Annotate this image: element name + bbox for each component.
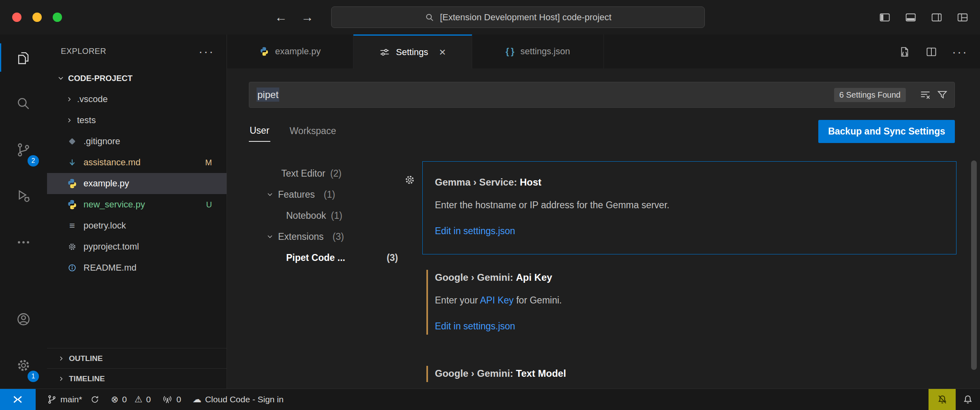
explorer-more-icon[interactable]: ··· xyxy=(199,48,214,54)
account-icon xyxy=(16,312,31,327)
notifications-item[interactable] xyxy=(956,389,980,410)
scrollbar-thumb[interactable] xyxy=(971,160,977,370)
outline-section-header[interactable]: OUTLINE xyxy=(47,348,227,368)
api-key-link[interactable]: API Key xyxy=(480,295,514,305)
lock-file-icon: ≡ xyxy=(66,221,78,231)
setting-row-google-gemini-text-model[interactable]: Google › Gemini: Text Model xyxy=(422,360,956,388)
modified-indicator xyxy=(426,366,428,382)
toggle-panel-icon[interactable] xyxy=(905,11,917,23)
title-bar: ← → [Extension Development Host] code-pr… xyxy=(0,0,980,34)
split-editor-icon[interactable] xyxy=(925,46,937,58)
sidebar-item-example-py[interactable]: example.py xyxy=(47,173,227,194)
close-tab-icon[interactable]: × xyxy=(439,47,446,58)
activity-more[interactable] xyxy=(0,219,47,265)
sidebar-item-new-service-py[interactable]: new_service.py U xyxy=(47,194,227,215)
main-area: 2 1 xyxy=(0,34,980,389)
window-controls xyxy=(12,13,62,22)
setting-row-google-gemini-api-key[interactable]: Google › Gemini: Api Key Enter your API … xyxy=(422,264,956,340)
ports-indicator[interactable]: 0 xyxy=(162,394,181,405)
chevron-right-icon xyxy=(66,96,73,103)
settings-badge: 1 xyxy=(28,371,39,382)
setting-row-gemma-service-host[interactable]: Gemma › Service: Host Enter the hostname… xyxy=(422,161,956,254)
sidebar-item-gitignore[interactable]: .gitignore xyxy=(47,131,227,152)
history-navigation: ← → xyxy=(275,0,314,34)
toggle-secondary-sidebar-icon[interactable] xyxy=(931,11,943,23)
python-file-icon xyxy=(66,178,78,189)
problems-indicator[interactable]: ⊗ 0 ⚠ 0 xyxy=(111,395,151,404)
sync-icon xyxy=(90,395,100,404)
sidebar-item-poetry-lock[interactable]: ≡ poetry.lock xyxy=(47,215,227,236)
toc-extensions[interactable]: Extensions(3) xyxy=(227,226,404,247)
activity-search[interactable] xyxy=(0,81,47,127)
git-branch-icon xyxy=(47,395,57,404)
more-actions-icon[interactable]: ··· xyxy=(952,49,968,55)
filter-icon[interactable] xyxy=(937,89,948,100)
toc-pipet-code[interactable]: Pipet Code ...(3) xyxy=(227,247,404,268)
settings-search-input[interactable]: pipet 6 Settings Found xyxy=(249,82,955,108)
edit-in-settings-json-link[interactable]: Edit in settings.json xyxy=(435,225,515,237)
edit-in-settings-json-link[interactable]: Edit in settings.json xyxy=(435,320,515,332)
tab-settings-json[interactable]: { } settings.json xyxy=(472,34,604,68)
notifications-muted-item[interactable] xyxy=(929,389,956,410)
cloud-code-indicator[interactable]: ☁ Cloud Code - Sign in xyxy=(193,395,284,404)
clear-search-icon[interactable] xyxy=(920,89,931,100)
tab-settings[interactable]: Settings × xyxy=(353,34,472,69)
sidebar-spacer xyxy=(47,278,227,348)
cloud-icon: ☁ xyxy=(193,395,201,404)
git-file-icon xyxy=(66,137,78,145)
explorer-title: EXPLORER xyxy=(61,47,106,56)
activity-accounts[interactable] xyxy=(0,296,47,342)
python-file-icon xyxy=(66,199,78,210)
branch-indicator[interactable]: main* xyxy=(47,395,100,404)
chevron-right-icon xyxy=(58,375,65,382)
settings-toc: Text Editor(2) Features(1) Notebook(1) E… xyxy=(227,156,404,388)
back-icon[interactable]: ← xyxy=(275,11,287,23)
activity-run-debug[interactable] xyxy=(0,173,47,219)
radio-tower-icon xyxy=(162,394,173,405)
layout-controls xyxy=(879,0,969,34)
maximize-window-button[interactable] xyxy=(53,13,62,22)
settings-editor: pipet 6 Settings Found xyxy=(227,69,980,389)
activity-explorer[interactable] xyxy=(0,34,47,81)
toggle-primary-sidebar-icon[interactable] xyxy=(879,11,891,23)
warnings-icon: ⚠ xyxy=(135,395,143,404)
scope-tab-workspace[interactable]: Workspace xyxy=(289,122,337,141)
vscode-window: ← → [Extension Development Host] code-pr… xyxy=(0,0,980,410)
toc-text-editor[interactable]: Text Editor(2) xyxy=(227,163,404,184)
chevron-down-icon xyxy=(266,233,274,241)
sidebar-item-vscode[interactable]: .vscode xyxy=(47,89,227,110)
command-center[interactable]: [Extension Development Host] code-projec… xyxy=(331,6,705,28)
sidebar-item-readme-md[interactable]: README.md xyxy=(47,257,227,278)
editor-area: example.py Settings × { } settings.json xyxy=(227,34,980,389)
files-icon xyxy=(16,50,31,65)
remote-indicator[interactable] xyxy=(0,389,36,410)
customize-layout-icon[interactable] xyxy=(956,11,969,23)
sidebar-item-tests[interactable]: tests xyxy=(47,110,227,131)
toml-gear-icon xyxy=(66,242,78,251)
python-icon xyxy=(259,47,269,56)
sidebar-item-assistance-md[interactable]: assistance.md M xyxy=(47,152,227,173)
backup-sync-settings-button[interactable]: Backup and Sync Settings xyxy=(818,120,955,143)
sliders-icon xyxy=(379,47,390,58)
setting-gear-icon[interactable] xyxy=(404,174,415,186)
bell-icon xyxy=(962,394,974,405)
activity-bar: 2 1 xyxy=(0,34,47,389)
settings-content: Text Editor(2) Features(1) Notebook(1) E… xyxy=(227,156,980,388)
open-settings-json-icon[interactable] xyxy=(899,46,911,58)
timeline-section-header[interactable]: TIMELINE xyxy=(47,368,227,389)
toc-features[interactable]: Features(1) xyxy=(227,184,404,205)
sidebar-item-pyproject-toml[interactable]: pyproject.toml xyxy=(47,236,227,257)
activity-settings[interactable]: 1 xyxy=(0,342,47,389)
search-icon xyxy=(16,96,31,111)
minimize-window-button[interactable] xyxy=(32,13,42,22)
json-braces-icon: { } xyxy=(506,46,515,57)
forward-icon[interactable]: → xyxy=(301,11,314,23)
explorer-sidebar: EXPLORER ··· CODE-PROJECT .vscode tests … xyxy=(47,34,227,389)
close-window-button[interactable] xyxy=(12,13,21,22)
toc-notebook[interactable]: Notebook(1) xyxy=(227,205,404,226)
activity-source-control[interactable]: 2 xyxy=(0,127,47,173)
more-actions-icon xyxy=(16,235,31,250)
scope-tab-user[interactable]: User xyxy=(249,121,270,142)
folder-root[interactable]: CODE-PROJECT xyxy=(47,68,227,89)
tab-example-py[interactable]: example.py xyxy=(227,34,353,68)
